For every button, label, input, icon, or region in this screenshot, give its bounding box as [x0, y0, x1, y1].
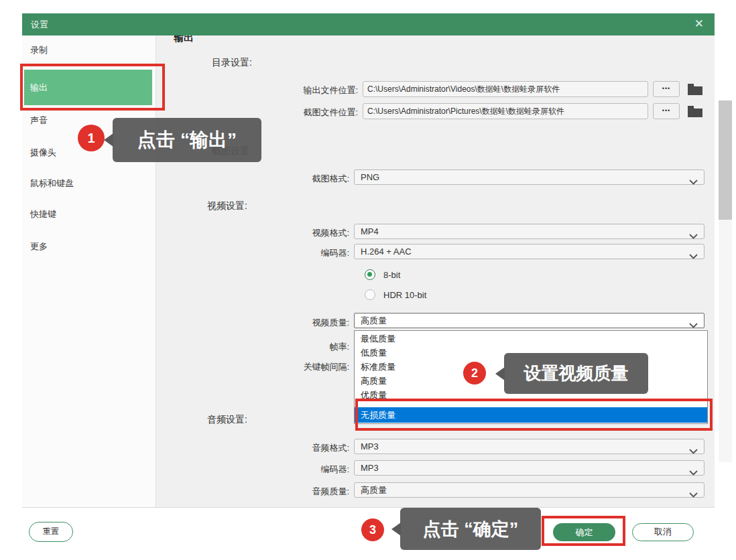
chevron-down-icon — [689, 229, 698, 243]
video-format-value: MP4 — [361, 226, 379, 236]
screenshot-path-field[interactable]: C:\Users\Administrator\Pictures\数据蛙\数据蛙录… — [363, 103, 648, 119]
radio-hdr10bit[interactable] — [365, 289, 375, 300]
group-audio-settings: 音频设置: — [207, 414, 247, 426]
browse-output-button[interactable]: ••• — [653, 81, 680, 97]
radio-8bit[interactable] — [365, 269, 375, 280]
group-video-settings: 视频设置: — [207, 200, 247, 212]
close-icon[interactable]: ✕ — [694, 17, 704, 31]
chevron-down-icon — [689, 466, 698, 480]
video-encoder-select[interactable]: H.264 + AAC — [354, 244, 704, 259]
open-output-folder-button[interactable] — [686, 81, 707, 97]
sidebar-item-record[interactable]: 录制 — [22, 42, 156, 58]
titlebar: 设置 ✕ — [22, 13, 715, 36]
cancel-button[interactable]: 取消 — [632, 523, 694, 541]
audio-encoder-select[interactable]: MP3 — [354, 460, 704, 476]
annotation-box-lossless-option — [355, 399, 713, 431]
radio-8bit-label: 8-bit — [383, 270, 400, 280]
annotation-step1-tooltip: 点击 “输出” — [113, 118, 261, 162]
annotation-box-output-tab — [20, 64, 165, 111]
sidebar-item-more[interactable]: 更多 — [22, 238, 156, 255]
page-title: 输出 — [174, 36, 194, 44]
audio-quality-value: 高质量 — [361, 485, 387, 495]
annotation-step1-badge: 1 — [78, 125, 105, 151]
screenshot-format-label: 截图格式: — [229, 173, 349, 185]
folder-icon — [686, 88, 704, 99]
dropdown-option-lowest[interactable]: 最低质量 — [355, 332, 707, 346]
framerate-label: 帧率: — [229, 341, 349, 353]
audio-quality-select[interactable]: 高质量 — [354, 482, 704, 498]
content-panel: 输出 目录设置: 输出文件位置: C:\Users\Administrator\… — [156, 36, 715, 507]
audio-format-label: 音频格式: — [229, 442, 349, 454]
video-format-select[interactable]: MP4 — [354, 224, 704, 239]
annotation-step2-tooltip: 设置视频质量 — [504, 353, 648, 394]
audio-format-value: MP3 — [361, 441, 379, 451]
screenshot-format-value: PNG — [361, 172, 379, 182]
annotation-step2-badge: 2 — [463, 362, 486, 384]
screenshot-path-label: 截图文件位置: — [237, 107, 358, 119]
video-encoder-value: H.264 + AAC — [361, 247, 412, 257]
screenshot-format-select[interactable]: PNG — [354, 169, 704, 185]
video-encoder-label: 编码器: — [229, 247, 349, 259]
video-quality-label: 视频质量: — [229, 317, 349, 329]
audio-encoder-label: 编码器: — [229, 464, 349, 476]
sidebar-item-hotkeys[interactable]: 快捷键 — [22, 206, 156, 222]
audio-format-select[interactable]: MP3 — [354, 439, 704, 454]
annotation-step3-badge: 3 — [361, 518, 384, 541]
audio-encoder-value: MP3 — [361, 463, 379, 473]
video-quality-value: 高质量 — [361, 316, 387, 326]
video-format-label: 视频格式: — [229, 227, 349, 239]
chevron-down-icon — [689, 175, 698, 189]
output-path-label: 输出文件位置: — [237, 84, 358, 96]
browse-screenshot-button[interactable]: ••• — [653, 103, 680, 119]
chevron-down-icon — [689, 488, 698, 502]
folder-icon — [686, 110, 704, 121]
chevron-down-icon — [689, 444, 698, 458]
radio-hdr10bit-label: HDR 10-bit — [383, 290, 426, 300]
sidebar-item-mouse-keyboard[interactable]: 鼠标和键盘 — [22, 176, 156, 192]
open-screenshot-folder-button[interactable] — [686, 103, 707, 119]
chevron-down-icon — [689, 249, 698, 263]
annotation-step3-tooltip: 点击 “确定” — [400, 508, 541, 550]
annotation-box-ok-button — [542, 516, 625, 546]
scrollbar-thumb[interactable] — [719, 100, 732, 220]
keyframe-interval-label: 关键帧间隔: — [229, 361, 349, 373]
audio-quality-label: 音频质量: — [229, 486, 349, 498]
dialog-title: 设置 — [31, 19, 48, 31]
group-directory-settings: 目录设置: — [212, 57, 252, 69]
reset-button[interactable]: 重置 — [29, 522, 73, 542]
video-quality-select[interactable]: 高质量 — [354, 313, 704, 328]
output-path-field[interactable]: C:\Users\Administrator\Videos\数据蛙\数据蛙录屏软… — [363, 81, 648, 97]
